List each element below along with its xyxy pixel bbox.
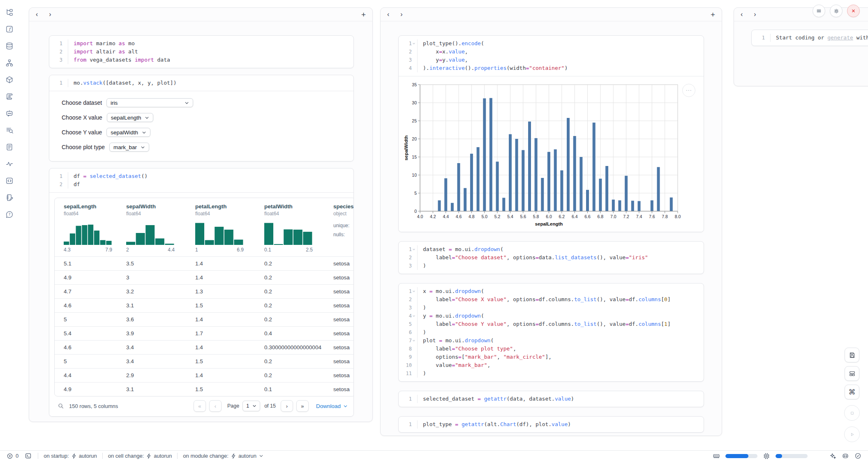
add-cell-icon[interactable]: + xyxy=(361,11,366,18)
cell-xy-dropdowns[interactable]: 1x = mo.ui.dropdown(2 label="Choose X va… xyxy=(398,283,704,382)
sidebar-item-document[interactable] xyxy=(4,141,15,153)
code-editor[interactable]: 1import marimo as mo2import altair as al… xyxy=(49,36,353,68)
code-line[interactable]: y = mo.ui.dropdown( xyxy=(418,312,484,320)
column-header-species[interactable]: speciesobjectunique:nulls: xyxy=(333,203,354,253)
run-button[interactable] xyxy=(844,426,860,442)
sidebar-item-function[interactable]: f xyxy=(4,23,15,35)
code-editor[interactable]: 1selected_dataset = getattr(data, datase… xyxy=(399,391,704,407)
runtime-setting-1[interactable]: on startup:autorun xyxy=(44,453,97,459)
code-line[interactable]: ) xyxy=(418,328,426,337)
runtime-setting-3[interactable]: on module change:autorun xyxy=(183,453,263,459)
runtime-setting-2[interactable]: on cell change:autorun xyxy=(108,453,172,459)
table-row[interactable]: 4.42.91.40.2setosa xyxy=(55,368,354,382)
code-editor[interactable]: 1plot_type().encode(2 x=x.value,3 y=y.va… xyxy=(399,36,704,76)
add-cell-icon[interactable]: + xyxy=(711,11,715,18)
panel-prev-icon[interactable]: ‹ xyxy=(741,11,743,18)
table-row[interactable]: 4.63.11.50.2setosa xyxy=(55,298,354,312)
code-line[interactable]: dataset = mo.ui.dropdown( xyxy=(418,245,503,254)
sidebar-item-code-snippet[interactable] xyxy=(4,175,15,187)
code-line[interactable]: label="Choose Y value", options=df.colum… xyxy=(418,320,671,328)
code-editor[interactable]: 1plot_type = getattr(alt.Chart(df), plot… xyxy=(399,417,704,432)
panel-next-icon[interactable]: › xyxy=(49,11,51,18)
cell-vstack[interactable]: 1mo.vstack([dataset, x, y, plot]) Choose… xyxy=(49,75,354,161)
chart-menu-button[interactable]: ⋯ xyxy=(682,84,695,97)
sidebar-item-graph[interactable] xyxy=(4,57,15,69)
search-icon[interactable] xyxy=(58,403,64,409)
code-placeholder[interactable]: Start coding or generate with AI xyxy=(771,34,868,42)
dropdown-choose-plot-type[interactable]: mark_bar xyxy=(109,143,149,152)
prev-page-button[interactable]: ‹ xyxy=(209,400,222,412)
code-line[interactable]: x=x.value, xyxy=(418,48,468,56)
code-editor[interactable]: 1mo.vstack([dataset, x, y, plot]) xyxy=(49,75,353,91)
code-line[interactable]: label="Choose X value", options=df.colum… xyxy=(418,295,671,304)
code-editor[interactable]: 1df = selected_dataset()2df xyxy=(49,168,353,192)
cell-imports[interactable]: 1import marimo as mo2import altair as al… xyxy=(49,35,354,68)
table-row[interactable]: 4.73.21.30.2setosa xyxy=(55,284,354,298)
cell-dataset-dropdown[interactable]: 1dataset = mo.ui.dropdown(2 label="Choos… xyxy=(398,241,704,274)
column-histogram[interactable] xyxy=(126,221,175,245)
dropdown-choose-x-value[interactable]: sepalLength xyxy=(107,113,154,122)
copilot-icon[interactable] xyxy=(842,452,849,460)
table-row[interactable]: 4.93.11.50.1setosa xyxy=(55,382,354,396)
last-page-button[interactable]: » xyxy=(296,400,309,412)
save-button[interactable] xyxy=(845,348,859,362)
cell-empty[interactable]: 1 Start coding or generate with AI xyxy=(751,30,868,46)
cell-plot[interactable]: 1plot_type().encode(2 x=x.value,3 y=y.va… xyxy=(398,35,704,232)
code-line[interactable]: from vega_datasets import data xyxy=(68,56,170,64)
fold-icon[interactable] xyxy=(412,314,416,318)
code-line[interactable]: selected_dataset = getattr(data, dataset… xyxy=(418,395,574,403)
table-row[interactable]: 4.931.40.2setosa xyxy=(55,270,354,284)
download-button[interactable]: Download xyxy=(316,403,348,409)
table-row[interactable]: 5.13.51.40.2setosa xyxy=(55,256,354,270)
code-line[interactable]: value="mark_bar", xyxy=(418,361,490,369)
sidebar-item-help[interactable]: ? xyxy=(4,209,15,220)
close-button[interactable] xyxy=(847,5,860,17)
cell-dataframe[interactable]: 1df = selected_dataset()2df sepalLengthf… xyxy=(49,168,354,417)
code-editor[interactable]: 1x = mo.ui.dropdown(2 label="Choose X va… xyxy=(399,284,704,381)
dropdown-choose-dataset[interactable]: iris xyxy=(106,98,193,107)
column-header-sepalWidth[interactable]: sepalWidthfloat6424.4 xyxy=(126,203,195,253)
menu-button[interactable] xyxy=(813,5,825,17)
code-line[interactable]: y=y.value, xyxy=(418,56,468,64)
fold-icon[interactable] xyxy=(412,339,416,342)
table-row[interactable]: 53.61.40.2setosa xyxy=(55,312,354,326)
sidebar-item-package[interactable] xyxy=(4,74,15,85)
connection-status-icon[interactable] xyxy=(854,452,861,459)
code-line[interactable]: options=["mark_bar", "mark_circle"], xyxy=(418,353,552,361)
sparkles-icon[interactable] xyxy=(829,452,836,460)
sidebar-item-activity[interactable] xyxy=(4,158,15,170)
column-histogram[interactable] xyxy=(264,221,313,245)
first-page-button[interactable]: « xyxy=(194,400,206,412)
terminal-button[interactable] xyxy=(25,452,32,459)
sidebar-item-file-tree[interactable] xyxy=(4,7,15,18)
table-row[interactable]: 4.63.41.40.30000000000000004setosa xyxy=(55,340,354,354)
sidebar-item-chatbot[interactable] xyxy=(4,108,15,119)
fold-icon[interactable] xyxy=(412,290,416,293)
panel-prev-icon[interactable]: ‹ xyxy=(36,11,38,18)
sidebar-item-notebook[interactable] xyxy=(4,192,15,203)
panel-next-icon[interactable]: › xyxy=(400,11,402,18)
code-line[interactable]: import marimo as mo xyxy=(68,39,135,48)
column-histogram[interactable] xyxy=(64,221,112,245)
code-line[interactable]: plot_type().encode( xyxy=(418,39,484,48)
sidebar-item-database[interactable] xyxy=(4,40,15,52)
panel-prev-icon[interactable]: ‹ xyxy=(387,11,389,18)
code-line[interactable]: label="Choose plot type", xyxy=(418,345,516,353)
sidebar-item-search-list[interactable] xyxy=(4,124,15,136)
fold-icon[interactable] xyxy=(412,248,416,251)
code-line[interactable]: plot = mo.ui.dropdown( xyxy=(418,337,494,345)
code-line[interactable]: df xyxy=(68,180,80,189)
layout-button[interactable] xyxy=(845,366,859,381)
fold-icon[interactable] xyxy=(412,42,416,45)
code-line[interactable]: label="Choose dataset", options=data.lis… xyxy=(418,254,648,262)
cell-plot-type[interactable]: 1plot_type = getattr(alt.Chart(df), plot… xyxy=(398,416,704,433)
code-line[interactable]: mo.vstack([dataset, x, y, plot]) xyxy=(68,79,176,87)
bar-chart[interactable]: 4.04.24.44.64.85.05.25.45.65.86.06.26.46… xyxy=(403,81,704,230)
table-row[interactable]: 5.43.91.70.4setosa xyxy=(55,326,354,340)
code-editor[interactable]: 1dataset = mo.ui.dropdown(2 label="Choos… xyxy=(399,242,704,274)
column-header-sepalLength[interactable]: sepalLengthfloat644.37.9 xyxy=(64,203,126,253)
code-line[interactable]: ).interactive().properties(width="contai… xyxy=(418,64,568,72)
sidebar-item-script[interactable] xyxy=(4,91,15,102)
error-count[interactable]: 0 xyxy=(7,453,18,459)
code-line[interactable]: x = mo.ui.dropdown( xyxy=(418,287,484,295)
